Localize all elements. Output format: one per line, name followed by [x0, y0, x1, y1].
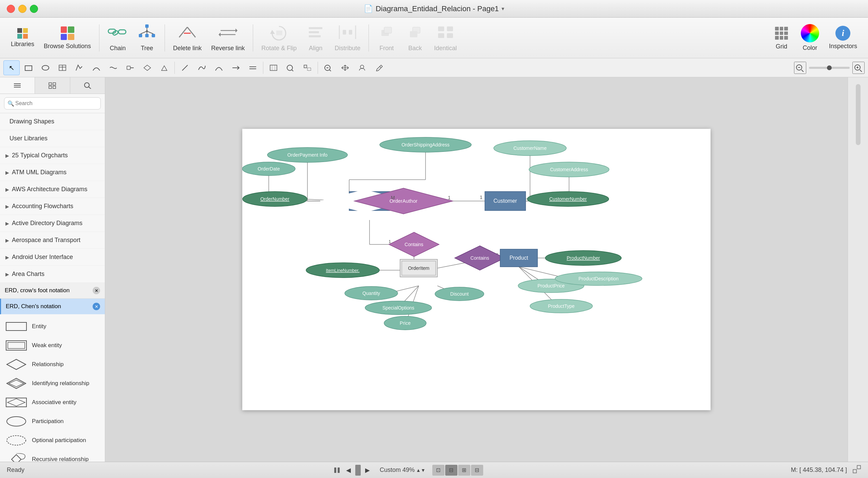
- line-tool[interactable]: [177, 60, 193, 75]
- sidebar-item-accounting[interactable]: ▶ Accounting Flowcharts: [0, 198, 105, 215]
- erd-crows-foot-header[interactable]: ERD, crow's foot notation ✕: [0, 283, 105, 298]
- svg-line-62: [801, 70, 804, 72]
- shape-tool-3[interactable]: [105, 60, 121, 75]
- browse-solutions-button[interactable]: Browse Solutions: [40, 21, 95, 55]
- page-indicator[interactable]: [355, 465, 361, 476]
- sidebar-tab-list[interactable]: [0, 77, 35, 94]
- identical-icon: [436, 24, 455, 43]
- pause-button[interactable]: [332, 465, 342, 475]
- shape-assoc-entity-row[interactable]: Associative entity: [0, 393, 105, 412]
- chain-button[interactable]: Chain: [103, 21, 132, 55]
- tree-button[interactable]: Tree: [133, 21, 161, 55]
- select-tool[interactable]: ↖: [3, 60, 20, 75]
- sidebar-item-android-ui[interactable]: ▶ Android User Interface: [0, 249, 105, 266]
- svg-point-37: [42, 65, 49, 70]
- erd-chens-header[interactable]: ERD, Chen's notation ✕: [0, 299, 105, 314]
- arc-tool[interactable]: [211, 60, 227, 75]
- zoom-in-button[interactable]: [852, 62, 865, 74]
- inspectors-button[interactable]: i Inspectors: [825, 21, 861, 55]
- minimize-button[interactable]: [18, 5, 26, 13]
- zoom-other-tool[interactable]: [299, 60, 316, 75]
- shape-optional-participation-row[interactable]: Optional participation: [0, 431, 105, 450]
- table-tool[interactable]: [54, 60, 71, 75]
- view-btn-4[interactable]: ⊟: [471, 465, 483, 476]
- diagram-canvas[interactable]: M 1 1 M: [242, 129, 711, 410]
- ellipse-tool[interactable]: [37, 60, 54, 75]
- zoom-label[interactable]: Custom 49% ▲▼: [380, 466, 426, 474]
- shape-relationship-row[interactable]: Relationship: [0, 355, 105, 374]
- svg-line-10: [147, 31, 153, 34]
- svg-text:ProductType: ProductType: [548, 303, 575, 309]
- window-title: 📄 Diagrama_Entidad_Relacion - Page1 ▾: [364, 4, 504, 13]
- weak-entity-label: Weak entity: [32, 342, 62, 349]
- identical-button[interactable]: Identical: [430, 21, 461, 55]
- sidebar-tab-search[interactable]: [70, 77, 105, 94]
- svg-line-57: [329, 70, 332, 71]
- shape-weak-entity-row[interactable]: Weak entity: [0, 336, 105, 355]
- zoom-fit-tool[interactable]: [265, 60, 282, 75]
- view-btn-3[interactable]: ⊞: [458, 465, 470, 476]
- zoom-out-button[interactable]: [794, 62, 806, 74]
- delete-link-button[interactable]: Delete link: [169, 21, 206, 55]
- view-btn-2[interactable]: ⊟: [445, 465, 457, 476]
- erd-crows-foot-close[interactable]: ✕: [93, 287, 100, 294]
- sidebar-item-atm-uml[interactable]: ▶ ATM UML Diagrams: [0, 164, 105, 181]
- pan-tool[interactable]: [337, 60, 353, 75]
- view-btn-1[interactable]: ⊡: [432, 465, 445, 476]
- scroll-thumb[interactable]: [856, 84, 861, 145]
- color-button[interactable]: Color: [796, 21, 824, 55]
- shape-tool-2[interactable]: [88, 60, 105, 75]
- sidebar-item-drawing-shapes[interactable]: Drawing Shapes: [0, 113, 105, 130]
- close-button[interactable]: [7, 5, 15, 13]
- svg-marker-16: [235, 28, 238, 33]
- sidebar-item-user-libraries[interactable]: User Libraries: [0, 130, 105, 147]
- svg-line-59: [380, 66, 381, 68]
- sidebar-item-area-charts[interactable]: ▶ Area Charts: [0, 266, 105, 283]
- shape-identifying-rel-row[interactable]: Identifying relationship: [0, 374, 105, 393]
- distribute-button[interactable]: Distribute: [331, 21, 364, 55]
- expand-icon[interactable]: [852, 465, 861, 475]
- shape-participation-row[interactable]: Participation: [0, 412, 105, 431]
- connector-tool-2[interactable]: [245, 60, 261, 75]
- zoom-region-tool[interactable]: [282, 60, 299, 75]
- prev-page-button[interactable]: ◀: [343, 465, 354, 476]
- chain-icon: [108, 24, 128, 43]
- sidebar-item-aws-arch[interactable]: ▶ AWS Architecture Diagrams: [0, 181, 105, 198]
- shape-entity-row[interactable]: Entity: [0, 317, 105, 336]
- sidebar-item-active-dir[interactable]: ▶ Active Directory Diagrams: [0, 215, 105, 232]
- sidebar-item-aerospace[interactable]: ▶ Aerospace and Transport: [0, 232, 105, 249]
- connector-tool-1[interactable]: [228, 60, 244, 75]
- reverse-link-button[interactable]: Reverse link: [207, 21, 249, 55]
- shape-tool-4[interactable]: [122, 60, 138, 75]
- pen-tool[interactable]: [371, 60, 387, 75]
- rect-tool[interactable]: [20, 60, 37, 75]
- libraries-button[interactable]: Libraries: [7, 21, 38, 55]
- curve-tool[interactable]: [194, 60, 210, 75]
- search-input[interactable]: [4, 97, 101, 109]
- grid-button[interactable]: Grid: [768, 21, 795, 55]
- canvas-container[interactable]: M 1 1 M: [105, 77, 848, 462]
- front-button[interactable]: Front: [373, 21, 400, 55]
- shape-tool-1[interactable]: [71, 60, 88, 75]
- svg-rect-177: [853, 470, 856, 473]
- zoom-out-tool[interactable]: [320, 60, 336, 75]
- sidebar-item-25-orgcharts[interactable]: ▶ 25 Typical Orgcharts: [0, 147, 105, 164]
- toolbar-sep-4: [369, 24, 369, 52]
- dropdown-arrow-icon[interactable]: ▾: [502, 5, 504, 12]
- svg-rect-78: [8, 342, 25, 348]
- shape-tool-6[interactable]: [156, 60, 172, 75]
- shape-tool-5[interactable]: [139, 60, 155, 75]
- shape-recursive-rel-row[interactable]: Recursive relationship: [0, 450, 105, 462]
- rotate-flip-button[interactable]: Rotate & Flip: [257, 21, 301, 55]
- next-page-button[interactable]: ▶: [362, 465, 373, 476]
- participation-label: Participation: [32, 418, 64, 425]
- user-tool[interactable]: [354, 60, 370, 75]
- rotate-flip-label: Rotate & Flip: [261, 45, 297, 52]
- erd-chens-close[interactable]: ✕: [93, 303, 100, 310]
- align-button[interactable]: Align: [302, 21, 329, 55]
- relationship-shape-icon: [5, 358, 27, 371]
- back-button[interactable]: Back: [401, 21, 429, 55]
- zoom-slider[interactable]: [809, 67, 850, 69]
- maximize-button[interactable]: [30, 5, 38, 13]
- sidebar-tab-grid[interactable]: [35, 77, 70, 94]
